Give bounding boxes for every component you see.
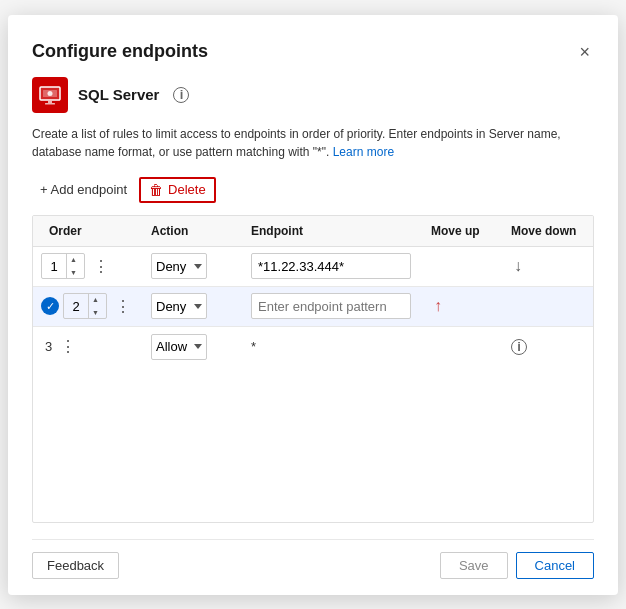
move-up-cell-3 [423, 343, 503, 351]
footer-left: Feedback [32, 552, 119, 579]
header-move-down: Move down [503, 224, 593, 238]
move-down-cell-1: ↓ [503, 250, 593, 282]
row-menu-3[interactable]: ⋮ [56, 335, 81, 358]
order-cell-1: 1 ▲ ▼ ⋮ [33, 249, 143, 283]
cancel-button[interactable]: Cancel [516, 552, 594, 579]
delete-icon: 🗑 [149, 182, 163, 198]
table-row: ✓ 2 ▲ ▼ ⋮ Deny Allow [33, 287, 593, 327]
description-text: Create a list of rules to limit access t… [32, 125, 594, 161]
order-up-2[interactable]: ▲ [89, 293, 102, 306]
service-row: SQL Server i [32, 77, 594, 113]
order-cell-2: ✓ 2 ▲ ▼ ⋮ [33, 289, 143, 323]
service-name: SQL Server [78, 86, 159, 103]
order-value-3: 3 [41, 339, 52, 354]
learn-more-link[interactable]: Learn more [333, 145, 394, 159]
action-select-wrap-2: Deny Allow [151, 293, 207, 319]
order-arrows-1: ▲ ▼ [66, 253, 80, 279]
svg-point-5 [48, 91, 53, 96]
add-endpoint-button[interactable]: + Add endpoint [32, 178, 135, 201]
action-cell-1: Deny Allow [143, 249, 243, 283]
save-button[interactable]: Save [440, 552, 508, 579]
order-value-2: 2 [64, 299, 88, 314]
header-endpoint: Endpoint [243, 224, 423, 238]
service-info-icon[interactable]: i [173, 87, 189, 103]
endpoint-cell-1 [243, 249, 423, 283]
move-up-cell-2: ↑ [423, 290, 503, 322]
footer-right: Save Cancel [440, 552, 594, 579]
action-select-wrap-3: Allow Deny [151, 334, 207, 360]
header-order: Order [33, 224, 143, 238]
dialog-header: Configure endpoints × [32, 39, 594, 65]
row-menu-2[interactable]: ⋮ [111, 295, 136, 318]
row-info-icon-3[interactable]: i [511, 339, 527, 355]
endpoints-table: Order Action Endpoint Move up Move down … [32, 215, 594, 523]
move-down-button-1[interactable]: ↓ [511, 254, 525, 278]
sql-server-icon [32, 77, 68, 113]
header-action: Action [143, 224, 243, 238]
table-row: 3 ⋮ Allow Deny * i [33, 327, 593, 367]
action-cell-3: Allow Deny [143, 330, 243, 364]
configure-endpoints-dialog: Configure endpoints × SQL Server i Creat… [8, 15, 618, 595]
svg-rect-4 [45, 103, 55, 105]
row-menu-1[interactable]: ⋮ [89, 255, 114, 278]
table-row: 1 ▲ ▼ ⋮ Deny Allow [33, 247, 593, 287]
action-cell-2: Deny Allow [143, 289, 243, 323]
endpoint-cell-2 [243, 289, 423, 323]
svg-rect-3 [48, 101, 52, 103]
endpoint-input-2[interactable] [251, 293, 411, 319]
order-down-2[interactable]: ▼ [89, 306, 102, 319]
action-select-wrap-1: Deny Allow [151, 253, 207, 279]
endpoint-cell-3: * [243, 335, 423, 358]
move-up-button-2[interactable]: ↑ [431, 294, 445, 318]
dialog-title: Configure endpoints [32, 41, 208, 62]
action-select-3[interactable]: Allow Deny [151, 334, 207, 360]
move-up-cell-1 [423, 262, 503, 270]
order-box-2[interactable]: 2 ▲ ▼ [63, 293, 107, 319]
table-header: Order Action Endpoint Move up Move down [33, 216, 593, 247]
order-up-1[interactable]: ▲ [67, 253, 80, 266]
order-box-1[interactable]: 1 ▲ ▼ [41, 253, 85, 279]
feedback-button[interactable]: Feedback [32, 552, 119, 579]
delete-button[interactable]: 🗑 Delete [139, 177, 216, 203]
move-down-cell-3: i [503, 335, 593, 359]
endpoint-input-1[interactable] [251, 253, 411, 279]
endpoint-text-3: * [251, 339, 256, 354]
order-cell-3: 3 ⋮ [33, 331, 143, 362]
order-arrows-2: ▲ ▼ [88, 293, 102, 319]
toolbar: + Add endpoint 🗑 Delete [32, 177, 594, 203]
move-down-cell-2 [503, 302, 593, 310]
action-select-2[interactable]: Deny Allow [151, 293, 207, 319]
dialog-footer: Feedback Save Cancel [32, 539, 594, 579]
action-select-1[interactable]: Deny Allow [151, 253, 207, 279]
header-move-up: Move up [423, 224, 503, 238]
order-down-1[interactable]: ▼ [67, 266, 80, 279]
close-button[interactable]: × [575, 39, 594, 65]
order-value-1: 1 [42, 259, 66, 274]
selected-check-2: ✓ [41, 297, 59, 315]
